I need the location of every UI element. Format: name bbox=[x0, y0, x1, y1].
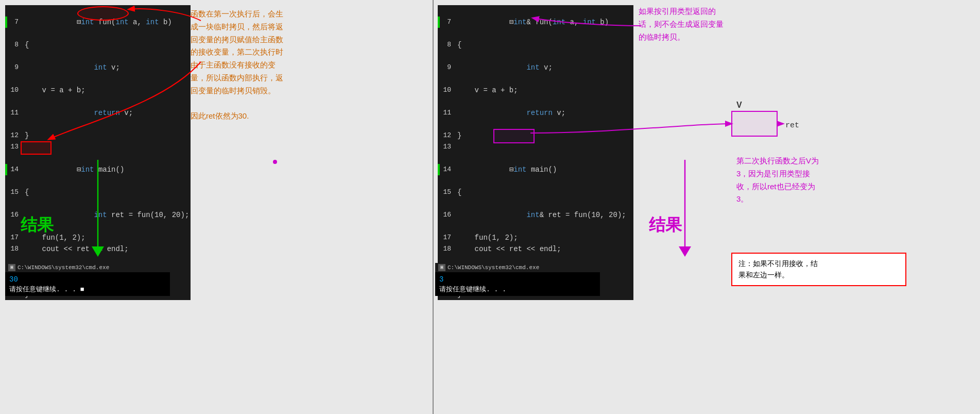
code-line-15-right: 15 { bbox=[438, 187, 633, 198]
right-code-editor: 7 ⊟int& fun(int a, int b) 8 { 9 i bbox=[438, 5, 633, 300]
code-line-8-left: 8 { bbox=[5, 39, 191, 51]
code-line-16-right: 16 int& ret = fun(10, 20); bbox=[438, 198, 633, 232]
code-line-8-right: 8 { bbox=[438, 39, 633, 51]
red-rect-highlight-left bbox=[21, 141, 51, 155]
code-line-12-left: 12 } bbox=[5, 130, 191, 141]
code-line-11-left: 11 return v; bbox=[5, 96, 191, 130]
right-cmd-window: ▣ C:\WINDOWS\system32\cmd.exe 3 请按任意键继续.… bbox=[435, 263, 610, 296]
right-v-box bbox=[731, 111, 778, 137]
code-line-18-right: 18 cout << ret << endl; bbox=[438, 243, 633, 255]
left-result-label: 结果 bbox=[21, 214, 54, 237]
main-container: 7 ⊟int fun(int a, int b) 8 { 9 in bbox=[0, 0, 980, 414]
right-annotation-2: 第二次执行函数之后V为 3，因为是引用类型接 收，所以ret也已经变为 3。 bbox=[736, 155, 912, 206]
code-line-14-right: 14 ⊟int main() bbox=[438, 153, 633, 187]
red-oval-highlight-left bbox=[77, 6, 129, 21]
left-annotation-text: 函数在第一次执行后，会生 成一块临时拷贝，然后将返 回变量的拷贝赋值给主函数 的… bbox=[191, 8, 360, 123]
left-cmd-output: 30 bbox=[9, 274, 166, 285]
left-cmd-title-bar: ▣ C:\WINDOWS\system32\cmd.exe bbox=[5, 263, 180, 272]
right-cmd-prompt: 请按任意键继续. . . bbox=[439, 285, 596, 294]
right-result-label: 结果 bbox=[649, 214, 682, 237]
code-line-10-right: 10 v = a + b; bbox=[438, 85, 633, 96]
purple-rect-v bbox=[493, 129, 535, 143]
code-line-9-right: 9 int v; bbox=[438, 51, 633, 85]
separator-dot-left bbox=[273, 160, 277, 164]
right-annotation-1: 如果按引用类型返回的 话，则不会生成返回变量 的临时拷贝。 bbox=[639, 5, 814, 43]
right-v-label: V bbox=[736, 101, 742, 110]
code-line-13-right: 13 bbox=[438, 141, 633, 153]
right-ret-label: ret bbox=[785, 121, 799, 130]
code-line-9-left: 9 int v; bbox=[5, 51, 191, 85]
left-cmd-window: ▣ C:\WINDOWS\system32\cmd.exe 30 请按任意键继续… bbox=[5, 263, 180, 296]
code-line-7-right: 7 ⊟int& fun(int a, int b) bbox=[438, 5, 633, 39]
left-code-area: 7 ⊟int fun(int a, int b) 8 { 9 in bbox=[5, 5, 191, 300]
code-line-15-left: 15 { bbox=[5, 187, 191, 198]
right-note-content: 注：如果不引用接收，结 果和左边一样。 bbox=[731, 253, 906, 286]
code-line-14-left: 14 ⊟int main() bbox=[5, 153, 191, 187]
right-code-area: 7 ⊟int& fun(int a, int b) 8 { 9 i bbox=[438, 5, 633, 300]
code-line-12-right: 12 } bbox=[438, 130, 633, 141]
left-cmd-title: C:\WINDOWS\system32\cmd.exe bbox=[18, 264, 109, 271]
right-cmd-title: C:\WINDOWS\system32\cmd.exe bbox=[448, 264, 539, 271]
code-line-11-right: 11 return v; bbox=[438, 96, 633, 130]
code-line-10-left: 10 v = a + b; bbox=[5, 85, 191, 96]
right-cmd-content: 3 请按任意键继续. . . bbox=[435, 272, 600, 296]
right-cmd-title-bar: ▣ C:\WINDOWS\system32\cmd.exe bbox=[435, 263, 610, 272]
left-cmd-prompt: 请按任意键继续. . . ■ bbox=[9, 285, 166, 294]
code-line-18-left: 18 cout << ret << endl; bbox=[5, 243, 191, 255]
right-panel: 7 ⊟int& fun(int a, int b) 8 { 9 i bbox=[433, 0, 980, 414]
left-panel: 7 ⊟int fun(int a, int b) 8 { 9 in bbox=[0, 0, 433, 414]
left-cmd-content: 30 请按任意键继续. . . ■ bbox=[5, 272, 170, 296]
code-line-17-right: 17 fun(1, 2); bbox=[438, 232, 633, 243]
svg-marker-5 bbox=[679, 246, 691, 257]
panel-divider bbox=[433, 0, 434, 414]
right-cmd-output: 3 bbox=[439, 274, 596, 285]
right-note-box: 注：如果不引用接收，结 果和左边一样。 bbox=[731, 253, 906, 286]
